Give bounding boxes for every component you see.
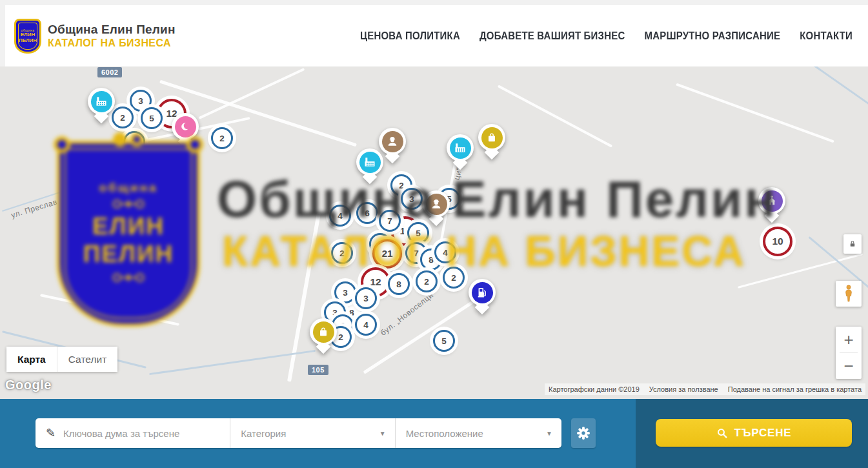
zoom-in-button[interactable]: + bbox=[836, 327, 862, 352]
google-logo[interactable]: Google bbox=[5, 378, 52, 392]
crescent-pin-marker[interactable] bbox=[172, 113, 199, 149]
site-subtitle: КАТАЛОГ НА БИЗНЕСА bbox=[48, 37, 176, 49]
cluster-count: 8 bbox=[396, 280, 401, 289]
location-placeholder: Местоположение bbox=[406, 428, 483, 439]
nav-pricing-policy[interactable]: ЦЕНОВА ПОЛИТИКА bbox=[360, 30, 460, 42]
category-select[interactable]: Категория ▼ bbox=[230, 418, 394, 448]
watermark-subtitle: КАТАЛОГ НА БИЗНЕСА bbox=[222, 227, 746, 276]
cluster-count: 5 bbox=[149, 114, 154, 123]
pin-disc bbox=[356, 148, 383, 176]
bag-pin-marker[interactable] bbox=[310, 318, 337, 354]
bag-icon bbox=[313, 321, 334, 343]
pin-disc bbox=[469, 279, 496, 306]
cluster-count: 5 bbox=[441, 336, 447, 346]
cluster-marker[interactable]: 6 bbox=[356, 202, 378, 224]
watermark-title: Община Елин Пелин bbox=[217, 170, 778, 229]
road-number-badge: 6002 bbox=[97, 67, 122, 77]
page: община ЕЛИН ПЕЛИН Община Елин Пелин КАТА… bbox=[0, 0, 868, 468]
cluster-marker[interactable]: 4 bbox=[355, 314, 377, 336]
keyword-field: ✎ bbox=[35, 418, 230, 448]
site-title: Община Елин Пелин bbox=[48, 23, 176, 37]
pin-disc bbox=[88, 88, 115, 115]
main-nav: ЦЕНОВА ПОЛИТИКА ДОБАВЕТЕ ВАШИЯТ БИЗНЕС М… bbox=[360, 30, 853, 41]
zoom-out-button[interactable]: − bbox=[836, 353, 862, 379]
cluster-marker[interactable]: 4 bbox=[329, 205, 351, 227]
cluster-marker[interactable]: 7 bbox=[379, 210, 401, 232]
cluster-marker[interactable]: 10 bbox=[763, 227, 792, 256]
pin-disc bbox=[423, 190, 450, 218]
fuel-pin-marker[interactable] bbox=[469, 279, 496, 315]
pin-disc bbox=[478, 124, 505, 151]
cluster-marker[interactable]: 3 bbox=[334, 281, 356, 303]
cluster-marker[interactable]: 2 bbox=[211, 127, 233, 149]
cluster-count: 2 bbox=[132, 137, 137, 147]
nav-route-schedule[interactable]: МАРШРУТНО РАЗПИСАНИЕ bbox=[644, 30, 780, 42]
street-view-pegman-button[interactable] bbox=[836, 281, 862, 307]
cluster-marker[interactable]: 21 bbox=[372, 239, 402, 269]
pin-disc bbox=[758, 187, 785, 214]
fuel-icon bbox=[472, 282, 493, 303]
cluster-count: 21 bbox=[381, 248, 392, 259]
cluster-count: 2 bbox=[219, 134, 225, 143]
cluster-count: 2 bbox=[451, 273, 456, 283]
church-icon bbox=[762, 190, 783, 212]
report-map-error-link[interactable]: Подаване на сигнал за грешка в картата bbox=[728, 385, 862, 393]
page-frame-top bbox=[0, 0, 868, 5]
cluster-marker[interactable]: 4 bbox=[434, 241, 456, 263]
bag-icon bbox=[481, 127, 503, 148]
cluster-count: 4 bbox=[443, 248, 448, 258]
cluster-marker[interactable]: 2 bbox=[112, 107, 134, 128]
advanced-search-gear-button[interactable] bbox=[571, 418, 596, 448]
map-type-map-button[interactable]: Карта bbox=[6, 347, 57, 372]
watermark-crest-top-word: община bbox=[99, 181, 157, 195]
search-button[interactable]: ТЪРСЕНЕ bbox=[656, 419, 852, 447]
pin-disc bbox=[310, 318, 337, 345]
cluster-marker[interactable]: 5 bbox=[141, 107, 163, 129]
cluster-count: 7 bbox=[414, 249, 419, 258]
cluster-count: 3 bbox=[363, 294, 368, 303]
factory-pin-marker[interactable] bbox=[88, 88, 115, 124]
cluster-marker[interactable]: 2 bbox=[123, 131, 145, 153]
header: община ЕЛИН ПЕЛИН Община Елин Пелин КАТА… bbox=[0, 0, 868, 66]
terms-of-use-link[interactable]: Условия за ползване bbox=[649, 385, 718, 393]
cluster-count: 2 bbox=[338, 332, 343, 342]
pegman-icon bbox=[842, 284, 856, 303]
factory-icon bbox=[359, 152, 381, 173]
cluster-marker[interactable]: 2 bbox=[443, 267, 465, 289]
gear-icon bbox=[576, 425, 591, 441]
cluster-count: 3 bbox=[343, 288, 348, 298]
map-canvas[interactable]: 6002105ул. Преславбул. „Новоселци“ци“ 12… bbox=[0, 66, 868, 399]
worker-icon bbox=[382, 131, 403, 152]
municipality-crest-icon: община ЕЛИН ПЕЛИН bbox=[14, 19, 41, 54]
cluster-marker[interactable]: 2 bbox=[331, 242, 353, 264]
map-lock-button[interactable] bbox=[843, 234, 862, 254]
bag-pin-marker[interactable] bbox=[478, 124, 505, 160]
watermark-crest-name-2: ПЕЛИН bbox=[83, 241, 174, 269]
crest-curl-icon bbox=[54, 136, 70, 153]
page-frame-left bbox=[0, 0, 5, 66]
road-line bbox=[676, 83, 834, 143]
crest-flourish-icon bbox=[105, 271, 152, 284]
header-logo-link[interactable]: община ЕЛИН ПЕЛИН Община Елин Пелин КАТА… bbox=[14, 19, 176, 54]
map-type-satellite-button[interactable]: Сателит bbox=[57, 347, 117, 372]
keyword-input[interactable] bbox=[62, 427, 223, 440]
location-select[interactable]: Местоположение ▼ bbox=[396, 418, 561, 448]
cluster-marker[interactable]: 3 bbox=[355, 287, 377, 309]
map-type-control: Карта Сателит bbox=[6, 347, 117, 372]
crescent-icon bbox=[175, 116, 196, 137]
watermark-crest-name-1: ЕЛИН bbox=[92, 213, 165, 241]
nav-contacts[interactable]: КОНТАКТИ bbox=[800, 30, 853, 42]
cluster-marker[interactable]: 2 bbox=[416, 270, 438, 292]
cluster-marker[interactable]: 8 bbox=[388, 273, 410, 295]
nav-add-your-business[interactable]: ДОБАВЕТЕ ВАШИЯТ БИЗНЕС bbox=[479, 30, 625, 42]
worker-pin-marker[interactable] bbox=[423, 190, 450, 227]
factory-pin-marker[interactable] bbox=[356, 148, 383, 185]
factory-pin-marker[interactable] bbox=[447, 134, 474, 170]
cluster-marker[interactable]: 5 bbox=[433, 330, 455, 352]
road-line bbox=[498, 85, 612, 147]
attribution-copyright: Картографски данни ©2019 bbox=[549, 385, 640, 393]
church-pin-marker[interactable] bbox=[758, 187, 785, 223]
search-fields-group: ✎ Категория ▼ Местоположение ▼ bbox=[35, 418, 561, 448]
cluster-marker[interactable]: 3 bbox=[401, 188, 423, 210]
cluster-count: 3 bbox=[138, 96, 143, 106]
